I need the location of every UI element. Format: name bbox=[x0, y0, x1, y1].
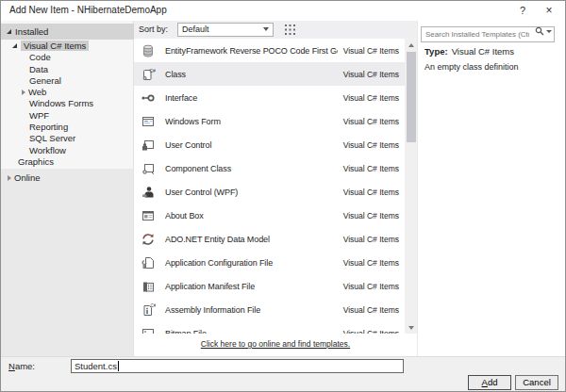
template-row[interactable]: Application Manifest File Visual C# Item… bbox=[134, 274, 405, 298]
type-label: Type: bbox=[424, 46, 448, 57]
dialog-title: Add New Item - NHibernateDemoApp bbox=[9, 5, 167, 15]
chevron-down-icon[interactable] bbox=[546, 30, 552, 33]
template-row[interactable]: Bitmap File Visual C# Items bbox=[134, 321, 405, 334]
template-type: Visual C# Items bbox=[343, 46, 399, 56]
tree-item-label: Graphics bbox=[18, 156, 54, 167]
sidebar-section-installed[interactable]: Installed bbox=[1, 24, 134, 40]
tree-item-label: Web bbox=[28, 87, 46, 97]
template-description: An empty class definition bbox=[424, 62, 519, 72]
template-row[interactable]: Application Configuration File Visual C#… bbox=[134, 251, 405, 274]
sort-by-label: Sort by: bbox=[139, 24, 168, 34]
template-name: EntityFramework Reverse POCO Code First … bbox=[165, 46, 338, 56]
sort-by-value: Default bbox=[182, 24, 209, 34]
help-button[interactable]: ? bbox=[510, 1, 535, 20]
template-row-selected[interactable]: C# Class Visual C# Items bbox=[134, 62, 405, 86]
tree-item-label: Data bbox=[29, 64, 48, 74]
template-type-line: Type:Visual C# Items bbox=[424, 46, 514, 57]
tree-item-workflow[interactable]: Workflow bbox=[1, 145, 134, 156]
template-name: User Control bbox=[165, 140, 338, 150]
tree-item-data[interactable]: Data bbox=[1, 64, 134, 75]
template-list: EntityFramework Reverse POCO Code First … bbox=[134, 39, 405, 334]
assembly-info-icon: C# bbox=[141, 302, 156, 318]
template-row[interactable]: Component Class Visual C# Items bbox=[134, 156, 405, 180]
template-row[interactable]: User Control Visual C# Items bbox=[134, 133, 405, 156]
category-sidebar: Installed Visual C# Items Code Data Gene… bbox=[1, 21, 134, 356]
type-value: Visual C# Items bbox=[452, 46, 514, 57]
template-row[interactable]: About Box Visual C# Items bbox=[134, 204, 405, 227]
tree-item-label: SQL Server bbox=[29, 133, 75, 143]
scroll-up-icon[interactable] bbox=[405, 39, 417, 51]
interface-icon bbox=[141, 90, 156, 106]
sort-by-dropdown[interactable]: Default bbox=[177, 23, 274, 37]
tree-item-label: Windows Forms bbox=[29, 98, 93, 108]
template-name: ADO.NET Entity Data Model bbox=[165, 235, 338, 244]
collapsed-arrow-icon bbox=[8, 175, 11, 181]
user-control-icon bbox=[141, 138, 156, 153]
list-scrollbar[interactable] bbox=[405, 39, 417, 334]
template-name: Class bbox=[165, 70, 338, 79]
installed-label: Installed bbox=[15, 26, 48, 37]
tree-item-wpf[interactable]: WPF bbox=[1, 110, 134, 122]
name-input[interactable]: Student.cs bbox=[71, 359, 404, 373]
tree-item-label: Code bbox=[29, 52, 51, 62]
collapsed-arrow-icon bbox=[22, 90, 25, 95]
tree-item-label: Reporting bbox=[29, 122, 68, 132]
title-bar: Add New Item - NHibernateDemoApp ? × bbox=[1, 1, 565, 21]
scrollbar-thumb[interactable] bbox=[407, 52, 416, 142]
search-glyphs bbox=[535, 26, 552, 36]
name-value: Student.cs bbox=[75, 360, 117, 372]
svg-text:C#: C# bbox=[150, 67, 157, 73]
scroll-down-icon[interactable] bbox=[405, 321, 417, 334]
template-name: Interface bbox=[165, 93, 338, 103]
template-row[interactable]: User Control (WPF) Visual C# Items bbox=[134, 180, 405, 204]
entity-data-model-icon bbox=[141, 232, 156, 247]
tree-item-reporting[interactable]: Reporting bbox=[1, 122, 134, 133]
sidebar-section-online[interactable]: Online bbox=[1, 172, 134, 185]
template-row[interactable]: EntityFramework Reverse POCO Code First … bbox=[134, 39, 405, 62]
component-class-icon bbox=[141, 161, 156, 176]
template-type: Visual C# Items bbox=[343, 282, 399, 291]
svg-text:C#: C# bbox=[151, 303, 157, 308]
template-name: Component Class bbox=[165, 164, 338, 173]
template-name: Application Configuration File bbox=[165, 258, 338, 268]
template-type: Visual C# Items bbox=[343, 140, 399, 150]
about-box-icon bbox=[141, 208, 156, 223]
tree-item-label: General bbox=[29, 75, 61, 86]
expanded-arrow-icon bbox=[7, 29, 11, 34]
template-type: Visual C# Items bbox=[343, 305, 399, 315]
footer-bar: Name: Student.cs Add Cancel bbox=[1, 356, 565, 392]
template-type: Visual C# Items bbox=[343, 258, 399, 268]
template-row[interactable]: Interface Visual C# Items bbox=[134, 86, 405, 109]
search-icon bbox=[535, 26, 544, 36]
template-name: User Control (WPF) bbox=[165, 188, 338, 197]
tree-item-general[interactable]: General bbox=[1, 75, 134, 87]
add-new-item-dialog: Add New Item - NHibernateDemoApp ? × Ins… bbox=[0, 0, 566, 392]
tree-item-code[interactable]: Code bbox=[1, 52, 134, 63]
expanded-arrow-icon bbox=[12, 43, 17, 48]
small-icons-view-button[interactable] bbox=[282, 22, 298, 38]
template-name: Windows Form bbox=[165, 117, 338, 126]
add-button[interactable]: Add bbox=[468, 375, 511, 390]
template-row[interactable]: C# Assembly Information File Visual C# I… bbox=[134, 298, 405, 321]
tree-item-label: Workflow bbox=[29, 145, 66, 155]
name-label: Name: bbox=[8, 361, 35, 371]
close-button[interactable]: × bbox=[537, 1, 561, 20]
tree-item-web[interactable]: Web bbox=[1, 87, 134, 98]
template-list-panel: Sort by: Default EntityFramework Reverse… bbox=[134, 21, 417, 356]
tree-item-windows-forms[interactable]: Windows Forms bbox=[1, 98, 134, 109]
app-config-icon bbox=[141, 255, 156, 270]
tree-item-label: WPF bbox=[29, 110, 49, 121]
template-row[interactable]: ADO.NET Entity Data Model Visual C# Item… bbox=[134, 227, 405, 251]
search-box bbox=[421, 24, 555, 40]
tree-item-visual-csharp-items[interactable]: Visual C# Items bbox=[1, 41, 134, 52]
details-panel: Type:Visual C# Items An empty class defi… bbox=[417, 21, 566, 356]
app-manifest-icon bbox=[141, 279, 156, 294]
go-online-link[interactable]: Click here to go online and find templat… bbox=[201, 339, 350, 349]
template-type: Visual C# Items bbox=[343, 235, 399, 244]
tree-item-sql-server[interactable]: SQL Server bbox=[1, 133, 134, 144]
template-name: Application Manifest File bbox=[165, 282, 338, 291]
cancel-button[interactable]: Cancel bbox=[515, 375, 558, 390]
template-row[interactable]: Windows Form Visual C# Items bbox=[134, 109, 405, 133]
tree-item-graphics[interactable]: Graphics bbox=[1, 156, 134, 168]
online-link-row: Click here to go online and find templat… bbox=[134, 334, 417, 350]
